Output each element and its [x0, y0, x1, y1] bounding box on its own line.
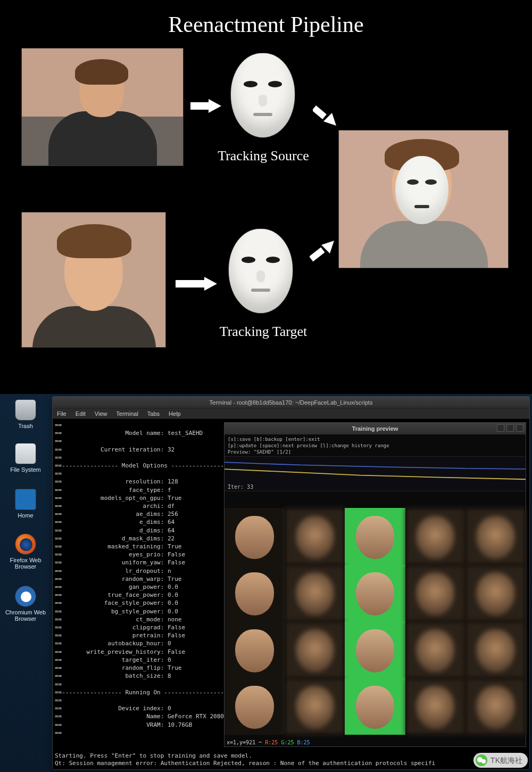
window-maximize-icon[interactable] — [506, 424, 514, 432]
preview-hints: [s]:save [b]:backup [enter]:exit [p]:upd… — [225, 434, 526, 456]
arrow-up-right-icon — [310, 236, 338, 265]
preview-face — [225, 678, 285, 735]
arrow-down-right-icon — [313, 102, 342, 131]
preview-titlebar: Training preview — [225, 423, 526, 434]
svg-rect-0 — [313, 105, 327, 119]
preview-face — [466, 621, 526, 678]
preview-face — [345, 565, 405, 622]
menu-tabs[interactable]: Tabs — [147, 410, 160, 417]
loss-graph: Iter: 33 — [225, 456, 526, 491]
training-preview-window[interactable]: Training preview [s]:save [b]:backup [en… — [224, 422, 526, 747]
desktop-chromium-icon[interactable]: Chromium Web Browser — [4, 586, 47, 622]
window-minimize-icon[interactable] — [497, 424, 504, 432]
menu-help[interactable]: Help — [169, 410, 181, 417]
preview-face — [225, 565, 285, 622]
menu-view[interactable]: View — [95, 410, 107, 417]
wechat-watermark: TK航海社 — [473, 753, 528, 768]
preview-face — [466, 508, 526, 565]
desktop-home-icon[interactable]: Home — [4, 489, 47, 519]
wechat-name: TK航海社 — [491, 757, 522, 764]
preview-face — [285, 508, 345, 565]
preview-face — [345, 621, 405, 678]
preview-face — [405, 565, 466, 622]
preview-status: x=1,y=921 ~ R:25 G:25 B:25 — [227, 740, 310, 745]
reenactment-diagram: Reenactment Pipeline Input Source Input … — [0, 0, 532, 394]
preview-face — [405, 621, 466, 678]
terminal-footer: Starting. Press "Enter" to stop training… — [55, 752, 527, 767]
preview-face — [225, 621, 285, 678]
menu-file[interactable]: File — [57, 410, 66, 417]
menu-edit[interactable]: Edit — [76, 410, 86, 417]
icon-label: Home — [4, 512, 47, 519]
icon-label: Firefox Web Browser — [4, 557, 47, 570]
desktop-firefox-icon[interactable]: Firefox Web Browser — [4, 533, 47, 570]
preview-face — [466, 565, 526, 622]
preview-face — [225, 508, 285, 565]
terminal-menubar[interactable]: File Edit View Terminal Tabs Help — [53, 408, 529, 419]
preview-face — [285, 565, 345, 622]
preview-face — [285, 678, 345, 735]
tracking-source-label: Tracking Source — [197, 148, 330, 164]
arrow-icon — [176, 277, 217, 291]
svg-rect-2 — [310, 247, 325, 261]
preview-face — [285, 621, 345, 678]
terminal-output: == == Model name: test_SAEHD == == Curre… — [55, 421, 222, 737]
arrow-icon — [190, 99, 221, 113]
tracking-target-label: Tracking Target — [197, 324, 330, 340]
window-close-icon[interactable] — [516, 424, 523, 432]
input-target-photo: Input Target — [21, 212, 166, 348]
diagram-title: Reenactment Pipeline — [0, 12, 532, 37]
preview-face — [345, 678, 405, 735]
linux-desktop-screenshot: Trash File System Home Firefox Web Brows… — [0, 394, 532, 772]
terminal-window[interactable]: Terminal - root@8b1dd5baa170: ~/DeepFace… — [52, 396, 530, 770]
tracking-target-mask — [229, 229, 293, 313]
desktop-filesystem-icon[interactable]: File System — [4, 443, 47, 473]
icon-label: Chromium Web Browser — [4, 609, 47, 622]
input-source-photo: Input Source — [21, 48, 184, 166]
preview-face — [345, 508, 405, 565]
tracking-source-mask — [231, 53, 295, 137]
menu-terminal[interactable]: Terminal — [116, 410, 138, 417]
terminal-body[interactable]: == == Model name: test_SAEHD == == Curre… — [53, 419, 529, 769]
preview-face — [405, 508, 466, 565]
preview-face-grid — [225, 508, 526, 735]
preview-face — [466, 678, 526, 735]
icon-label: File System — [4, 466, 47, 473]
preview-iter: Iter: 33 — [228, 484, 253, 490]
icon-label: Trash — [4, 423, 47, 429]
reenactment-photo: Reenactment — [338, 130, 509, 268]
desktop-trash-icon[interactable]: Trash — [4, 399, 47, 429]
terminal-titlebar: Terminal - root@8b1dd5baa170: ~/DeepFace… — [53, 397, 529, 408]
preview-face — [405, 678, 466, 735]
wechat-icon — [476, 754, 487, 766]
